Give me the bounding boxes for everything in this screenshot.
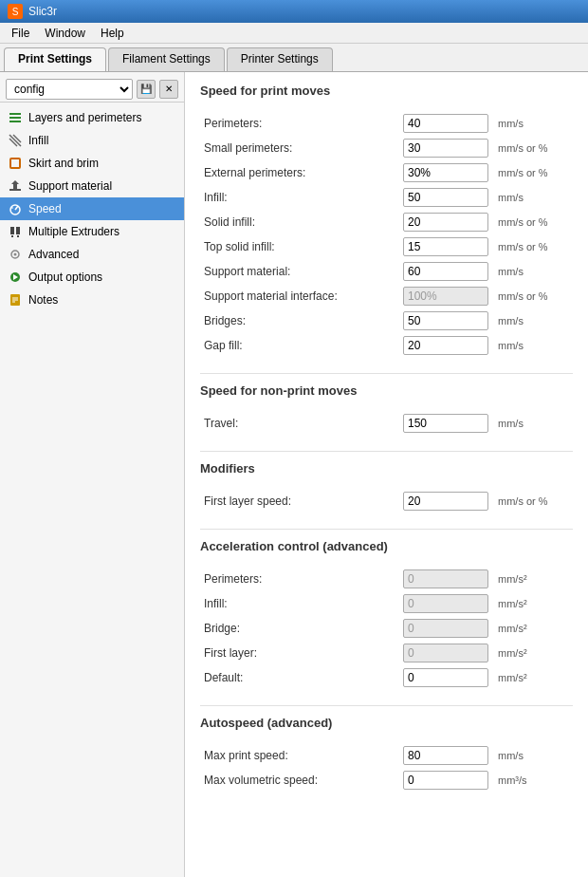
menu-file[interactable]: File [4,25,37,42]
sidebar-item-label-infill: Infill [28,134,48,147]
row-unit: mm/s² [494,641,573,665]
table-row: Infill: mm/s [200,185,573,210]
accel-infill-input[interactable] [403,594,488,613]
top-solid-infill-input[interactable] [403,237,488,256]
row-label: Support material interface: [200,284,399,308]
travel-speed-input[interactable] [403,414,488,433]
row-label: First layer speed: [200,489,399,513]
title-bar: S Slic3r [0,0,588,23]
solid-infill-input[interactable] [403,213,488,232]
table-row: Support material: mm/s [200,259,573,284]
row-label: Travel: [200,411,399,436]
gap-fill-input[interactable] [403,336,488,355]
row-label: Infill: [200,591,399,616]
sidebar-item-label-support: Support material [28,179,112,193]
accel-perimeters-input[interactable] [403,569,488,588]
extruder-icon [8,224,23,239]
settings-table-4: Max print speed: mm/s Max volumetric spe… [200,743,573,793]
row-unit: mm/s² [494,591,573,616]
sidebar-item-label-notes: Notes [28,293,58,307]
row-unit: mm/s² [494,567,573,591]
main-area: config 💾 ✕ Layers and perimeters [0,72,588,877]
table-row: Solid infill: mm/s or % [200,210,573,234]
small-perimeters-input[interactable] [403,139,488,158]
svg-rect-15 [11,235,13,237]
row-label: Default: [200,665,399,690]
save-config-button[interactable]: 💾 [137,80,156,99]
svg-line-4 [13,135,21,142]
row-unit: mm/s [494,308,573,333]
tab-print-settings[interactable]: Print Settings [4,47,106,71]
svg-line-11 [15,206,18,210]
menu-help[interactable]: Help [93,25,132,42]
tab-filament-settings[interactable]: Filament Settings [108,47,225,71]
sidebar-item-support[interactable]: Support material [0,175,184,197]
sidebar-item-speed[interactable]: Speed [0,197,184,220]
row-label: Gap fill: [200,333,399,358]
table-row: External perimeters: mm/s or % [200,160,573,185]
tab-printer-settings[interactable]: Printer Settings [227,47,333,71]
row-unit: mm/s [494,259,573,284]
notes-icon [8,292,23,308]
support-material-interface-input[interactable] [403,287,488,306]
external-perimeters-input[interactable] [403,163,488,182]
row-label: Infill: [200,185,399,210]
max-volumetric-speed-input[interactable] [403,771,488,790]
row-unit: mm³/s [494,768,573,793]
perimeters-speed-input[interactable] [403,114,488,133]
sidebar-item-advanced[interactable]: Advanced [0,243,184,266]
row-unit: mm/s or % [494,234,573,259]
app-icon: S [8,4,23,19]
row-label: Max volumetric speed: [200,768,399,793]
divider-2 [200,451,573,452]
sidebar: config 💾 ✕ Layers and perimeters [0,72,185,877]
bridges-speed-input[interactable] [403,311,488,330]
table-row: Top solid infill: mm/s or % [200,234,573,259]
row-unit: mm/s or % [494,489,573,513]
row-unit: mm/s or % [494,284,573,308]
sidebar-item-output[interactable]: Output options [0,266,184,289]
row-label: Small perimeters: [200,136,399,160]
config-select[interactable]: config [6,79,133,100]
menu-bar: File Window Help [0,23,588,44]
accel-first-layer-input[interactable] [403,644,488,662]
menu-window[interactable]: Window [37,25,93,42]
row-label: Perimeters: [200,567,399,591]
sidebar-item-layers[interactable]: Layers and perimeters [0,106,184,129]
infill-speed-input[interactable] [403,188,488,207]
accel-bridge-input[interactable] [403,619,488,638]
section-title-4: Autospeed (advanced) [200,716,573,734]
accel-default-input[interactable] [403,668,488,687]
table-row: Perimeters: mm/s [200,111,573,136]
svg-rect-13 [10,227,14,234]
section-title-1: Speed for non-print moves [200,383,573,401]
row-label: External perimeters: [200,160,399,185]
first-layer-speed-input[interactable] [403,492,488,511]
sidebar-item-extruders[interactable]: Multiple Extruders [0,220,184,243]
app-title: Slic3r [28,5,57,18]
delete-config-button[interactable]: ✕ [159,80,178,99]
support-icon [8,178,23,194]
sidebar-item-notes[interactable]: Notes [0,289,184,311]
row-label: Top solid infill: [200,234,399,259]
table-row: First layer: mm/s² [200,641,573,665]
sidebar-item-label-skirt: Skirt and brim [28,157,99,170]
speed-icon [8,201,23,216]
row-unit: mm/s or % [494,136,573,160]
settings-table-0: Perimeters: mm/s Small perimeters: mm/s … [200,111,573,358]
tabs-bar: Print Settings Filament Settings Printer… [0,44,588,72]
infill-icon [8,133,23,148]
skirt-icon [8,156,23,171]
sidebar-item-infill[interactable]: Infill [0,129,184,152]
sidebar-item-skirt[interactable]: Skirt and brim [0,152,184,175]
section-title-2: Modifiers [200,461,573,479]
svg-point-18 [14,253,17,256]
row-unit: mm/s² [494,665,573,690]
table-row: Travel: mm/s [200,411,573,436]
svg-marker-9 [11,180,19,184]
max-print-speed-input[interactable] [403,746,488,765]
support-material-speed-input[interactable] [403,262,488,281]
table-row: Support material interface: mm/s or % [200,284,573,308]
row-unit: mm/s² [494,616,573,641]
sidebar-item-label-speed: Speed [28,202,62,215]
